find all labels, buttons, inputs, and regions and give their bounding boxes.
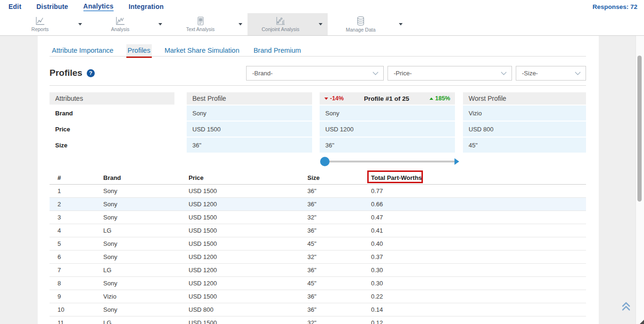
table-row[interactable]: 1 Sony USD 1500 36" 0.77	[50, 185, 586, 198]
table-row[interactable]: 4 LG USD 1500 36" 0.41	[50, 224, 586, 237]
table-row[interactable]: 5 Sony USD 1500 45" 0.40	[50, 237, 586, 251]
profile-decrease-badge: -14%	[324, 95, 344, 102]
heading-divider	[50, 85, 586, 86]
attribute-label-size: Size	[50, 138, 174, 153]
cell-num: 4	[58, 227, 103, 234]
attributes-column-header: Attributes	[50, 92, 174, 105]
cell-num: 5	[58, 240, 103, 247]
table-row[interactable]: 11 LG USD 1500 32" 0.12	[50, 316, 586, 324]
analytics-toolbar: Reports Analysis Text Ana	[0, 13, 644, 36]
chevron-down-icon	[372, 72, 379, 75]
slider-right-arrow-icon[interactable]	[454, 158, 459, 165]
analysis-dropdown-caret[interactable]	[153, 23, 167, 25]
reports-dropdown-caret[interactable]	[73, 23, 87, 25]
cell-price: USD 1500	[189, 319, 307, 324]
cell-total-part-worths: 0.77	[371, 187, 586, 194]
toolbar-item-reports[interactable]: Reports	[7, 13, 87, 35]
toolbar-item-label: Manage Data	[346, 27, 375, 32]
manage-data-dropdown-caret[interactable]	[394, 23, 408, 25]
tab-attribute-importance[interactable]: Attribute Importance	[50, 44, 115, 56]
cell-brand: Sony	[103, 253, 189, 260]
table-row[interactable]: 9 Vizio USD 1500 36" 0.22	[50, 290, 586, 303]
price-filter-dropdown[interactable]: -Price-	[388, 66, 512, 81]
profile-increase-badge: 185%	[429, 95, 450, 102]
tab-brand-premium[interactable]: Brand Premium	[252, 44, 303, 56]
cell-price: USD 1500	[189, 240, 307, 247]
cell-size: 32"	[307, 253, 371, 260]
cell-total-part-worths: 0.12	[371, 319, 586, 324]
table-row[interactable]: 8 Sony USD 1200 45" 0.30	[50, 277, 586, 290]
database-icon	[355, 16, 366, 26]
best-profile-size: 36"	[187, 138, 312, 153]
top-navigation: Edit Distribute Analytics Integration Re…	[0, 0, 644, 13]
toolbar-item-label: Analysis	[111, 26, 129, 32]
cell-size: 36"	[307, 293, 371, 300]
cell-num: 11	[58, 319, 103, 324]
size-filter-dropdown[interactable]: -Size-	[516, 66, 586, 81]
toolbar-item-text-analysis[interactable]: Text Analysis	[167, 13, 248, 35]
cell-brand: Sony	[103, 214, 189, 221]
line-chart-icon	[34, 16, 46, 26]
profile-slider-track[interactable]	[324, 161, 455, 162]
caret-down-icon	[239, 23, 242, 25]
cell-size: 45"	[307, 240, 371, 247]
col-header-total-part-worths: Total Part-Worths	[371, 174, 586, 181]
cell-size: 32"	[307, 319, 371, 324]
table-row[interactable]: 3 Sony USD 1500 32" 0.47	[50, 211, 586, 224]
cell-size: 36"	[307, 227, 371, 234]
tabs-divider	[50, 56, 586, 57]
attribute-label-brand: Brand	[50, 105, 174, 121]
cell-num: 9	[58, 293, 103, 300]
cell-price: USD 1500	[189, 187, 307, 194]
toolbar-item-analysis[interactable]: Analysis	[87, 13, 167, 35]
conjoint-analysis-dropdown-caret[interactable]	[314, 23, 328, 25]
caret-down-icon	[399, 23, 403, 25]
cell-size: 36"	[307, 306, 371, 313]
cell-total-part-worths: 0.30	[371, 267, 586, 274]
cell-total-part-worths: 0.30	[371, 280, 586, 287]
triangle-down-icon	[324, 97, 328, 100]
cell-price: USD 1200	[189, 201, 307, 208]
cell-size: 32"	[307, 214, 371, 221]
text-analysis-dropdown-caret[interactable]	[233, 23, 248, 25]
best-profile-price: USD 1500	[187, 122, 312, 137]
content-panel: Attribute Importance Profiles Market Sha…	[38, 36, 599, 324]
help-icon[interactable]: ?	[87, 69, 95, 77]
cell-num: 1	[58, 187, 103, 194]
table-row[interactable]: 10 Sony USD 800 36" 0.14	[50, 303, 586, 316]
scrollbar-thumb[interactable]	[637, 56, 642, 202]
cell-num: 7	[58, 267, 103, 274]
tab-profiles[interactable]: Profiles	[126, 44, 152, 56]
cell-total-part-worths: 0.41	[371, 227, 586, 234]
back-to-top-icon[interactable]	[619, 300, 633, 313]
text-document-icon	[195, 16, 206, 26]
attribute-label-price: Price	[50, 122, 174, 137]
cell-price: USD 1200	[189, 267, 307, 274]
toolbar-item-conjoint-analysis[interactable]: Conjoint Analysis	[248, 13, 328, 35]
table-row[interactable]: 6 Sony USD 1200 32" 0.37	[50, 251, 586, 264]
toolbar-item-manage-data[interactable]: Manage Data	[328, 13, 408, 35]
table-row[interactable]: 7 LG USD 1200 36" 0.30	[50, 264, 586, 277]
cell-num: 2	[58, 201, 103, 208]
cell-brand: Sony	[103, 240, 189, 247]
worst-profile-brand: Vizio	[463, 105, 586, 121]
brand-filter-dropdown[interactable]: -Brand-	[246, 66, 384, 81]
cell-size: 36"	[307, 267, 371, 274]
cell-brand: LG	[103, 319, 189, 324]
nav-analytics[interactable]: Analytics	[83, 2, 114, 11]
worst-profile-price: USD 800	[463, 122, 586, 137]
best-profile-brand: Sony	[187, 105, 312, 121]
nav-distribute[interactable]: Distribute	[36, 3, 68, 10]
parts-table-header: # Brand Price Size Total Part-Worths	[50, 171, 586, 184]
cell-size: 45"	[307, 280, 371, 287]
table-row[interactable]: 2 Sony USD 1200 36" 0.66	[50, 198, 586, 211]
current-profile-price: USD 1200	[320, 122, 455, 137]
tab-market-share-simulation[interactable]: Market Share Simulation	[163, 44, 241, 56]
triangle-up-icon	[429, 97, 433, 100]
nav-edit[interactable]: Edit	[8, 3, 21, 10]
chevron-down-icon	[575, 72, 581, 75]
chevron-down-icon	[501, 72, 507, 75]
profile-slider-handle[interactable]	[320, 157, 330, 166]
nav-integration[interactable]: Integration	[129, 3, 164, 10]
responses-count[interactable]: Responses: 72	[593, 3, 637, 10]
